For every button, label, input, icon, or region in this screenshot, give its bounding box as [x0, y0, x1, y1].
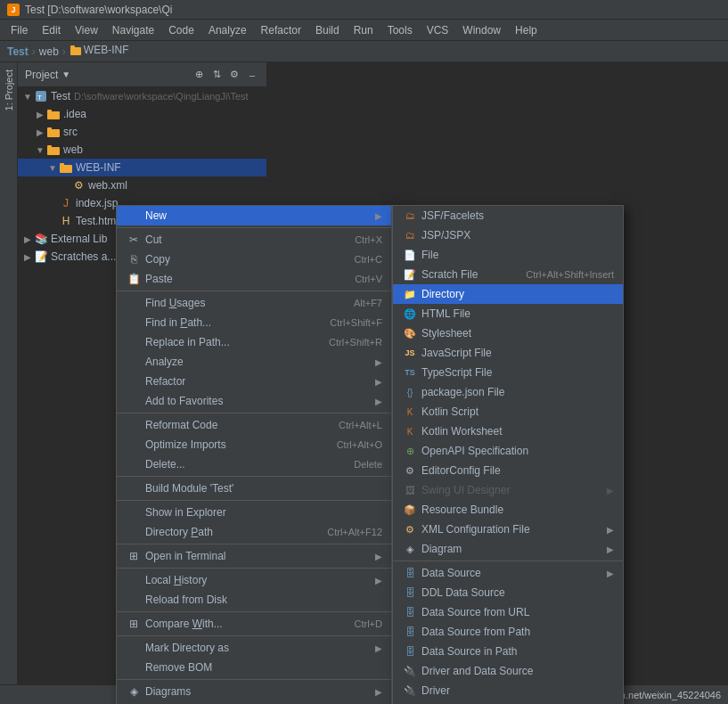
context-menu-new[interactable]: 🗂 JSF/Facelets 🗂 JSP/JSPX 📄 File 📝 Scrat…: [392, 205, 624, 704]
cm1-new-label: New: [145, 209, 372, 222]
cm1-copy[interactable]: ⎘ Copy Ctrl+C: [117, 250, 391, 269]
cm1-mark-directory-label: Mark Directory as: [145, 642, 372, 654]
cm2-openapi[interactable]: ⊕ OpenAPI Specification: [393, 441, 623, 461]
cm2-file[interactable]: 📄 File: [393, 245, 623, 265]
datasource-icon: 🗄: [402, 568, 418, 578]
cm2-directory[interactable]: 📁 Directory: [393, 284, 623, 304]
cm1-diagrams[interactable]: ◈ Diagrams ▶: [117, 682, 391, 701]
cm1-delete[interactable]: Delete... Delete: [117, 454, 391, 474]
cm2-data-source-path[interactable]: 🗄 Data Source from Path: [393, 622, 623, 642]
cm2-data-source[interactable]: 🗄 Data Source ▶: [393, 563, 623, 583]
cm2-diagram[interactable]: ◈ Diagram ▶: [393, 539, 623, 559]
menu-view[interactable]: View: [68, 20, 105, 40]
cm1-find-in-path[interactable]: Find in Path... Ctrl+Shift+F: [117, 313, 391, 332]
cm2-xml-config[interactable]: ⚙ XML Configuration File ▶: [393, 520, 623, 539]
cm2-kotlin-script[interactable]: K Kotlin Script: [393, 402, 623, 422]
cm2-data-source-in-path[interactable]: 🗄 Data Source in Path: [393, 642, 623, 661]
cm1-optimize[interactable]: Optimize Imports Ctrl+Alt+O: [117, 435, 391, 454]
breadcrumb-webinf[interactable]: WEB-INF: [70, 44, 129, 59]
menu-edit[interactable]: Edit: [35, 20, 68, 40]
menu-code[interactable]: Code: [161, 20, 201, 40]
cm1-remove-bom[interactable]: Remove BOM: [117, 658, 391, 677]
cm2-kotlin-worksheet[interactable]: K Kotlin Worksheet: [393, 422, 623, 441]
directory-icon: 📁: [402, 289, 418, 300]
sidebar-label: 1: Project: [0, 62, 18, 704]
context-menu-rightclick[interactable]: New ▶ ✂ Cut Ctrl+X ⎘ Copy Ctrl+C 📋 Paste…: [116, 205, 392, 704]
cm2-html[interactable]: 🌐 HTML File: [393, 304, 623, 323]
cm2-jsf[interactable]: 🗂 JSF/Facelets: [393, 206, 623, 225]
cm2-pkg-label: package.json File: [421, 386, 614, 398]
main-layout: 1: Project Project ▼ ⊕ ⇅ ⚙ – ▼ T Test: [0, 62, 728, 704]
menu-build[interactable]: Build: [308, 20, 347, 40]
menu-window[interactable]: Window: [455, 20, 508, 40]
cm1-open-terminal[interactable]: ⊞ Open in Terminal ▶: [117, 546, 391, 566]
sort-icon[interactable]: ⇅: [209, 68, 224, 82]
cm1-sep5: [117, 500, 391, 501]
cm1-reload-disk[interactable]: Reload from Disk: [117, 590, 391, 610]
cm1-find-in-path-label: Find in Path...: [145, 316, 321, 329]
menu-vcs[interactable]: VCS: [420, 20, 456, 40]
chevron-down-icon[interactable]: ▼: [61, 70, 70, 79]
cm1-delete-label: Delete...: [145, 458, 345, 471]
menu-refactor[interactable]: Refactor: [254, 20, 308, 40]
cm1-cut[interactable]: ✂ Cut Ctrl+X: [117, 230, 391, 250]
cm1-mark-directory[interactable]: Mark Directory as ▶: [117, 638, 391, 658]
tree-item-webinf[interactable]: ▼ WEB-INF: [18, 159, 266, 176]
html-icon: 🌐: [402, 308, 418, 320]
svg-rect-0: [70, 47, 81, 55]
tree-item-extlibs-label: External Lib: [51, 233, 107, 245]
settings-icon[interactable]: ⚙: [227, 68, 241, 82]
cm2-jsp[interactable]: 🗂 JSP/JSPX: [393, 225, 623, 245]
cm1-dir-path[interactable]: Directory Path Ctrl+Alt+F12: [117, 522, 391, 542]
cm1-new[interactable]: New ▶: [117, 206, 391, 225]
cm2-swing-designer[interactable]: 🖼 Swing UI Designer ▶: [393, 480, 623, 500]
resource-icon: 📦: [402, 504, 418, 516]
diagram-icon: ◈: [402, 544, 418, 555]
tree-item-idea-label: .idea: [63, 108, 86, 120]
cm2-stylesheet[interactable]: 🎨 Stylesheet: [393, 323, 623, 343]
cm2-js-file[interactable]: JS JavaScript File: [393, 343, 623, 363]
cm2-data-source-url[interactable]: 🗄 Data Source from URL: [393, 602, 623, 622]
cm2-file-label: File: [421, 249, 614, 261]
cm2-resource-bundle[interactable]: 📦 Resource Bundle: [393, 500, 623, 520]
cm1-build-module[interactable]: Build Module 'Test': [117, 479, 391, 498]
cm1-add-to-fav[interactable]: Add to Favorites ▶: [117, 391, 391, 411]
cm1-reformat[interactable]: Reformat Code Ctrl+Alt+L: [117, 415, 391, 435]
tree-item-idea[interactable]: ▶ .idea: [18, 105, 266, 123]
cm1-analyze[interactable]: Analyze ▶: [117, 352, 391, 372]
cm2-http-request[interactable]: 🌍 HTTP Request: [393, 700, 623, 704]
locate-icon[interactable]: ⊕: [192, 68, 206, 82]
breadcrumb-test[interactable]: Test: [7, 45, 29, 58]
cm2-ts-file[interactable]: TS TypeScript File: [393, 363, 623, 382]
tree-item-webxml[interactable]: ⚙ web.xml: [18, 176, 266, 194]
cm1-replace-in-path[interactable]: Replace in Path... Ctrl+Shift+R: [117, 332, 391, 352]
cm1-refactor[interactable]: Refactor ▶: [117, 372, 391, 391]
cm1-remove-bom-label: Remove BOM: [145, 661, 382, 674]
menu-run[interactable]: Run: [347, 20, 380, 40]
menu-tools[interactable]: Tools: [380, 20, 420, 40]
menu-navigate[interactable]: Navigate: [105, 20, 161, 40]
cm2-editorconfig[interactable]: ⚙ EditorConfig File: [393, 461, 623, 480]
cm2-driver[interactable]: 🔌 Driver: [393, 681, 623, 700]
cm2-driver-and-datasource[interactable]: 🔌 Driver and Data Source: [393, 661, 623, 681]
cm2-swing-label: Swing UI Designer: [421, 484, 607, 496]
tree-item-src[interactable]: ▶ src: [18, 123, 266, 141]
cm1-compare-with[interactable]: ⊞ Compare With... Ctrl+D: [117, 614, 391, 634]
cm1-show-explorer[interactable]: Show in Explorer: [117, 503, 391, 522]
tree-item-test[interactable]: ▼ T Test D:\software\workspace\QingLiang…: [18, 87, 266, 105]
cm2-ddl-data-source[interactable]: 🗄 DDL Data Source: [393, 583, 623, 602]
cm1-sep7: [117, 568, 391, 569]
cm1-find-usages[interactable]: Find Usages Alt+F7: [117, 293, 391, 313]
menu-file[interactable]: File: [4, 20, 35, 40]
cm2-scratch-file[interactable]: 📝 Scratch File Ctrl+Alt+Shift+Insert: [393, 265, 623, 284]
menu-help[interactable]: Help: [508, 20, 544, 40]
cm2-pkg-json[interactable]: {} package.json File: [393, 382, 623, 402]
tree-item-web[interactable]: ▼ web: [18, 141, 266, 159]
breadcrumb-web[interactable]: web: [39, 45, 59, 58]
jsf-icon: 🗂: [402, 210, 418, 221]
cm1-local-history[interactable]: Local History ▶: [117, 570, 391, 590]
cm1-cut-label: Cut: [145, 233, 346, 246]
minimize-icon[interactable]: –: [245, 68, 259, 82]
menu-analyze[interactable]: Analyze: [201, 20, 254, 40]
cm1-paste[interactable]: 📋 Paste Ctrl+V: [117, 269, 391, 289]
